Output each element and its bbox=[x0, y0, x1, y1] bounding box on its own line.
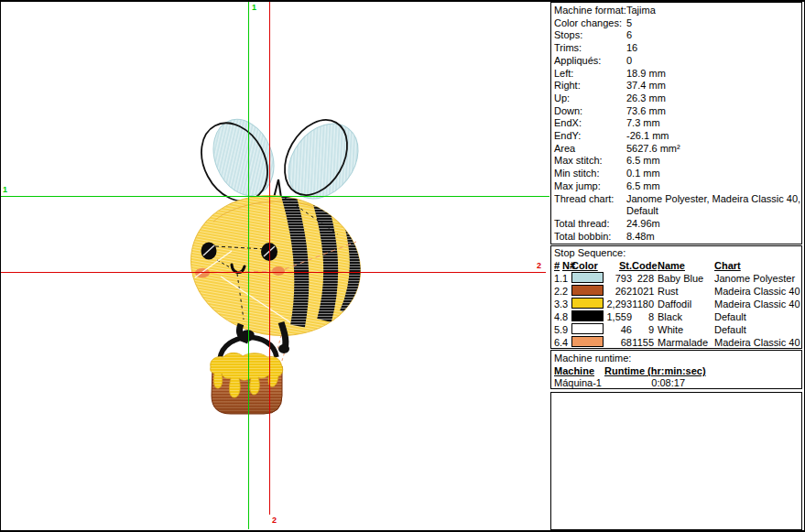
bee-design bbox=[1, 2, 551, 530]
header-machine: Machine bbox=[554, 365, 594, 376]
stat-value: Tajima bbox=[626, 5, 656, 17]
thread-code: 228 bbox=[632, 272, 654, 285]
stop-sequence-row: 5.9469WhiteDefault bbox=[554, 323, 801, 336]
stat-value: Janome Polyester, Madeira Classic 40, De… bbox=[626, 193, 800, 218]
thread-name: Marmalade bbox=[654, 336, 714, 349]
thread-chart: Janome Polyester bbox=[714, 272, 795, 285]
stat-row: Color changes: 5 bbox=[554, 17, 801, 30]
guide-vertical-red-2 bbox=[269, 2, 270, 515]
stat-label: Machine format: bbox=[554, 5, 626, 17]
guide-horizontal-green-1 bbox=[1, 196, 549, 197]
stat-row: Down: 73.6 mm bbox=[554, 105, 801, 118]
stop-sequence-row: 3.32,2931180DaffodilMadeira Classic 40 bbox=[554, 298, 801, 310]
stat-label: Stops: bbox=[554, 29, 626, 42]
thread-code: 1021 bbox=[632, 285, 654, 298]
thread-code: 9 bbox=[632, 323, 654, 336]
design-canvas[interactable]: 1 1 2 2 bbox=[1, 2, 550, 530]
thread-color-swatch bbox=[571, 298, 604, 309]
stat-value: -26.1 mm bbox=[626, 130, 669, 143]
stat-row: Area 5627.6 mm² bbox=[554, 143, 801, 156]
header-name: Name bbox=[654, 259, 714, 272]
needle-number: 9 bbox=[562, 323, 571, 336]
guide-label-1-left: 1 bbox=[3, 186, 7, 194]
thread-name: Rust bbox=[654, 285, 714, 298]
stat-row: Stops: 6 bbox=[554, 29, 801, 42]
stat-row: Appliqués: 0 bbox=[554, 55, 801, 68]
empty-box bbox=[550, 392, 802, 530]
stat-label: Left: bbox=[554, 68, 626, 81]
stop-number: 6. bbox=[554, 336, 562, 349]
stop-sequence-row: 1.1793228Baby BlueJanome Polyester bbox=[554, 272, 801, 285]
needle-number: 1 bbox=[562, 272, 571, 285]
thread-color-swatch bbox=[571, 336, 604, 347]
bee-body bbox=[179, 182, 372, 349]
stat-label: Color changes: bbox=[554, 17, 626, 30]
stat-value: 6.5 mm bbox=[626, 155, 660, 168]
guide-vertical-green-1 bbox=[248, 2, 249, 529]
thread-chart: Madeira Classic 40 bbox=[714, 285, 800, 298]
stat-row: Max stitch: 6.5 mm bbox=[554, 155, 801, 168]
stat-label: Appliqués: bbox=[554, 55, 626, 68]
thread-chart: Default bbox=[714, 323, 746, 336]
stat-row: Thread chart: Janome Polyester, Madeira … bbox=[554, 193, 801, 218]
stat-value: 73.6 mm bbox=[626, 105, 666, 118]
stat-row: Max jump: 6.5 mm bbox=[554, 180, 801, 193]
stat-label: Down: bbox=[554, 105, 626, 118]
needle-number: 8 bbox=[562, 310, 571, 323]
stat-row: Min stitch: 0.1 mm bbox=[554, 168, 801, 180]
stop-sequence-row: 4.81,5598BlackDefault bbox=[554, 310, 801, 323]
header-st: St. bbox=[604, 259, 632, 272]
needle-number: 2 bbox=[562, 285, 571, 298]
stat-value: 6 bbox=[626, 29, 632, 42]
stat-row: Total bobbin: 8.48m bbox=[554, 231, 801, 244]
thread-color-swatch bbox=[571, 310, 604, 321]
thread-name: Black bbox=[654, 310, 714, 323]
stat-value: 26.3 mm bbox=[626, 92, 666, 105]
thread-code: 1155 bbox=[632, 336, 654, 349]
stat-label: Max jump: bbox=[554, 180, 626, 193]
stop-number: 5. bbox=[554, 323, 562, 336]
stop-sequence-header: #N#ColorSt.CodeNameChart bbox=[554, 259, 801, 272]
stat-label: Up: bbox=[554, 92, 626, 105]
stat-row: Right: 37.4 mm bbox=[554, 80, 801, 92]
stop-sequence-title: Stop Sequence: bbox=[554, 247, 801, 259]
runtime-rows: Máquina-10:08:17 bbox=[554, 377, 801, 389]
stitch-count: 1,559 bbox=[604, 310, 632, 323]
header-n: N# bbox=[562, 259, 571, 272]
stop-sequence-row: 6.4681155MarmaladeMadeira Classic 40 bbox=[554, 336, 801, 349]
stat-value: 16 bbox=[626, 42, 637, 55]
stat-value: 6.5 mm bbox=[626, 180, 660, 193]
thread-name: Daffodil bbox=[654, 298, 714, 310]
stop-number: 1. bbox=[554, 272, 562, 285]
thread-code: 1180 bbox=[632, 298, 654, 310]
stat-value: 0 bbox=[626, 55, 632, 68]
guide-horizontal-red-2 bbox=[1, 272, 546, 273]
app-window: 1 1 2 2 Machine format: Tajima Color cha… bbox=[0, 0, 805, 532]
thread-chart: Madeira Classic 40 bbox=[714, 298, 800, 310]
thread-name: White bbox=[654, 323, 714, 336]
stat-value: 37.4 mm bbox=[626, 80, 666, 92]
guide-label-2-right: 2 bbox=[537, 262, 541, 270]
stop-sequence-row: 2.22621021RustMadeira Classic 40 bbox=[554, 285, 801, 298]
guide-label-2-bottom: 2 bbox=[272, 516, 277, 525]
machine-name: Máquina-1 bbox=[554, 377, 604, 389]
design-stats-box: Machine format: Tajima Color changes: 5 … bbox=[550, 2, 802, 244]
stat-label: Min stitch: bbox=[554, 168, 626, 180]
stat-row: Left: 18.9 mm bbox=[554, 68, 801, 81]
header-color: Color bbox=[571, 259, 604, 272]
runtime-row: Máquina-10:08:17 bbox=[554, 377, 801, 389]
stat-label: EndX: bbox=[554, 117, 626, 130]
stat-row: Up: 26.3 mm bbox=[554, 92, 801, 105]
stitch-count: 46 bbox=[604, 323, 632, 336]
stat-row: EndX: 7.3 mm bbox=[554, 117, 801, 130]
stitch-count: 68 bbox=[604, 336, 632, 349]
stat-label: Total thread: bbox=[554, 218, 626, 231]
header-runtime: Runtime (hr:min:sec) bbox=[604, 365, 706, 376]
stat-row: Trims: 16 bbox=[554, 42, 801, 55]
stat-label: Area bbox=[554, 143, 626, 156]
stat-label: EndY: bbox=[554, 130, 626, 143]
header-chart: Chart bbox=[714, 259, 741, 272]
stat-row: Total thread: 24.96m bbox=[554, 218, 801, 231]
stop-number: 4. bbox=[554, 310, 562, 323]
thread-chart: Default bbox=[714, 310, 746, 323]
